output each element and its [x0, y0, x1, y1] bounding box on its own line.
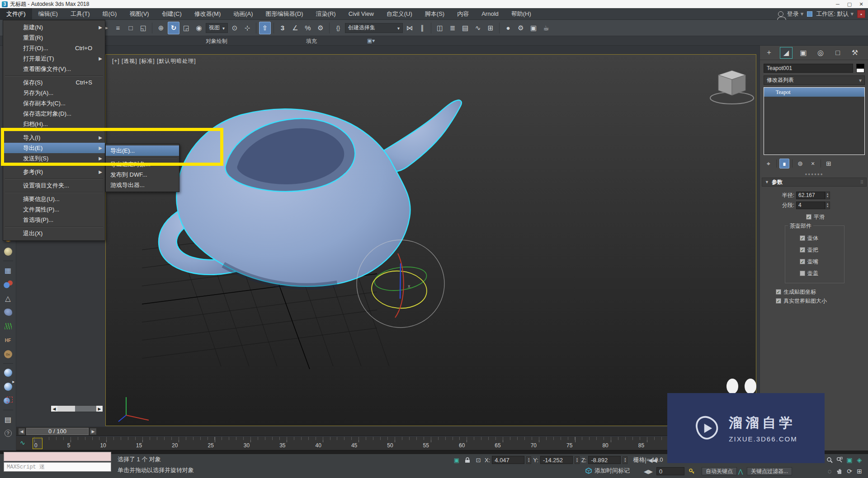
configure-modifier-sets-icon[interactable]: ⊞ [824, 159, 834, 169]
stack-item-teapot[interactable]: Teapot [764, 88, 864, 97]
layer-explorer-toggle-button[interactable] [447, 22, 458, 34]
schematic-view-button[interactable] [485, 22, 496, 34]
window-crossing-button[interactable] [137, 22, 149, 34]
lid-checkbox[interactable] [800, 271, 805, 276]
menu-item-import[interactable]: 导入(I)▶ [3, 132, 105, 143]
submenu-item-game-exporter[interactable]: 游戏导出器... [106, 180, 179, 190]
molecule-icon[interactable] [2, 278, 14, 290]
select-and-manipulate-button[interactable] [241, 22, 253, 34]
spout-checkbox[interactable] [800, 259, 805, 264]
menu-item-set-project-folder[interactable]: 设置项目文件夹... [3, 180, 105, 191]
generate-mapping-checkbox[interactable] [776, 289, 781, 295]
tab-hierarchy-icon[interactable]: ▣ [797, 47, 810, 59]
horizontal-scrollbar[interactable]: ◀ ▶ [51, 405, 103, 412]
x-spinner[interactable]: ▲▼ [526, 456, 531, 464]
material-ball-icon[interactable] [2, 367, 14, 379]
menu-item-save[interactable]: 保存(S)Ctrl+S [3, 77, 105, 88]
rendered-frame-button[interactable] [528, 22, 539, 34]
set-keys-icon[interactable] [687, 467, 696, 475]
maximize-viewport-icon[interactable]: ⊞ [854, 467, 864, 476]
rock-icon[interactable] [2, 306, 14, 318]
segments-field[interactable]: 4 [796, 202, 825, 209]
tab-display-icon[interactable]: □ [831, 47, 844, 59]
mask-icon[interactable] [2, 395, 14, 407]
minimize-button[interactable]: ─ [832, 0, 844, 8]
menu-item-exit[interactable]: 退出(X) [3, 228, 105, 239]
real-world-checkbox[interactable] [776, 298, 781, 304]
track-bar[interactable]: ∿ 05101520253035404550556065707580859095… [16, 437, 758, 450]
menu-civil-view[interactable]: Civil View [342, 8, 380, 19]
wood-icon[interactable] [2, 348, 14, 360]
menu-item-export[interactable]: 导出(E)▶ [3, 143, 105, 153]
menu-item-summary-info[interactable]: 摘要信息(U)... [3, 194, 105, 204]
remove-modifier-icon[interactable]: × [808, 159, 818, 169]
select-by-name-button[interactable] [112, 22, 124, 34]
selection-lock-icon[interactable] [463, 456, 472, 464]
select-and-scale-button[interactable] [180, 22, 192, 34]
body-checkbox[interactable] [800, 235, 805, 241]
menu-rendering[interactable]: 渲染(R) [310, 8, 342, 19]
modifier-stack[interactable]: Teapot [764, 87, 865, 155]
radius-spinner[interactable]: ▲▼ [825, 192, 830, 199]
time-slider-thumb[interactable]: 0 / 100 [26, 428, 89, 435]
zoom-extents-icon[interactable]: ▣ [844, 455, 854, 464]
scroll-thumb[interactable] [57, 406, 75, 412]
menu-arnold[interactable]: Arnold [475, 8, 505, 19]
notes-icon[interactable] [2, 413, 14, 425]
keyboard-override-button[interactable] [259, 22, 271, 34]
workspace-selector[interactable]: 工作区: 默认 [816, 10, 854, 18]
menu-item-file-properties[interactable]: 文件属性(P)... [3, 204, 105, 215]
menu-file[interactable]: 文件(F) [0, 8, 32, 19]
scroll-left-icon[interactable]: ◀ [51, 406, 57, 412]
parameters-rollout-header[interactable]: 参数⠿ [762, 178, 867, 187]
menu-item-reset[interactable]: 重置(R) [3, 33, 105, 43]
time-slider[interactable]: ◀ 0 / 100 ▶ [16, 427, 758, 436]
make-unique-icon[interactable]: ⊚ [795, 159, 805, 169]
maxscript-listener-white[interactable]: MAXScript 迷 [4, 462, 111, 472]
tab-utilities-icon[interactable]: ⚒ [849, 47, 861, 59]
add-time-tag[interactable]: 添加时间标记 [594, 467, 630, 475]
tab-motion-icon[interactable]: ◎ [814, 47, 827, 59]
handle-checkbox[interactable] [800, 247, 805, 253]
ribbon-tab-populate[interactable]: 填充 [306, 37, 317, 45]
previous-frame-icon[interactable]: ◀ [18, 428, 25, 435]
menu-views[interactable]: 视图(V) [123, 8, 155, 19]
ribbon-minimize-icon[interactable]: ▣▾ [367, 37, 375, 44]
menu-help[interactable]: 帮助(H) [505, 8, 538, 19]
align-button[interactable] [416, 22, 428, 34]
menu-edit[interactable]: 编辑(E) [32, 8, 64, 19]
menu-tools[interactable]: 工具(T) [64, 8, 96, 19]
help-icon[interactable] [2, 427, 14, 439]
isolate-selection-icon[interactable]: ▣ [452, 456, 461, 464]
menu-item-save-selected[interactable]: 保存选定对象(D)... [3, 108, 105, 119]
y-coordinate-field[interactable]: -14.252 [540, 456, 573, 464]
menu-item-new[interactable]: 新建(N)▶ [3, 22, 105, 33]
ribbon-toggle-button[interactable] [459, 22, 471, 34]
panel-resize-handle[interactable]: ●●●●●● [760, 172, 868, 176]
menubar-badge-icon[interactable]: ▪ [857, 10, 865, 18]
zoom-all-icon[interactable] [835, 455, 844, 464]
menu-item-preferences[interactable]: 首选项(P)... [3, 215, 105, 225]
auto-key-button[interactable]: 自动关键点 [702, 467, 737, 475]
material-editor-button[interactable] [502, 22, 514, 34]
pan-hand-icon[interactable] [835, 467, 844, 476]
reference-coordinate-dropdown[interactable]: 视图 [206, 23, 228, 33]
key-mode-toggle-icon[interactable]: ◀▶ [644, 467, 653, 475]
submenu-item-export[interactable]: 导出(E)... [106, 145, 179, 156]
zoom-extents-all-icon[interactable]: ◈ [854, 455, 864, 464]
scene-explorer-toggle-button[interactable] [434, 22, 446, 34]
snap-toggle-button[interactable] [277, 22, 288, 34]
object-color-swatch[interactable] [856, 64, 864, 73]
menu-create[interactable]: 创建(C) [156, 8, 188, 19]
select-and-rotate-button[interactable] [168, 22, 179, 34]
spinner-snap-button[interactable] [315, 22, 326, 34]
environment-sphere-icon[interactable] [2, 246, 14, 258]
key-filter-funnel-icon[interactable]: ⋀ [736, 467, 745, 475]
selection-region-button[interactable] [125, 22, 137, 34]
menu-customize[interactable]: 自定义(U) [380, 8, 419, 19]
zoom-region-icon[interactable]: ◌ [825, 467, 835, 476]
x-coordinate-field[interactable]: 4.047 [492, 456, 524, 464]
menu-item-send-to[interactable]: 发送到(S)▶ [3, 153, 105, 164]
grass-icon[interactable] [2, 320, 14, 332]
sign-in-button[interactable]: 登录 [787, 10, 804, 18]
